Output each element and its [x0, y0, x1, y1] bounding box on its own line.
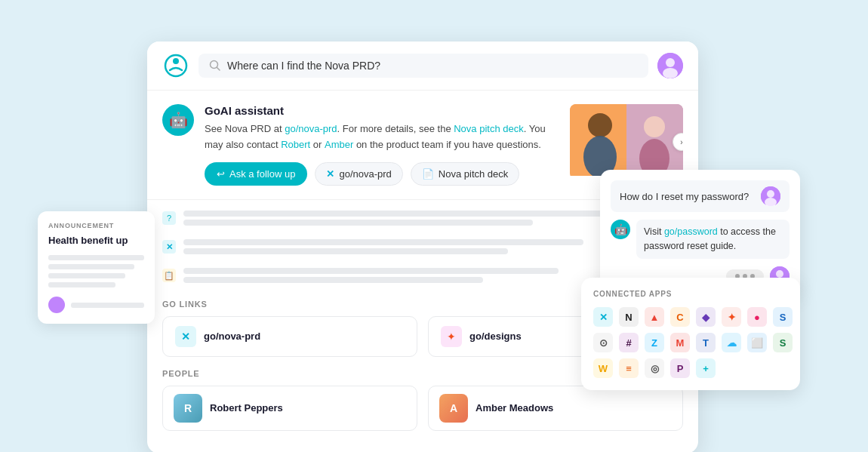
- chat-bot-text: Visit go/password to access the password…: [636, 220, 790, 259]
- app-icon-18[interactable]: ◎: [645, 358, 664, 378]
- doc-icon: 📄: [422, 168, 434, 180]
- ai-text-end: on the product team if you have question…: [353, 139, 541, 150]
- chat-bot-avatar: 🤖: [611, 220, 630, 239]
- pitch-deck-pill[interactable]: 📄 Nova pitch deck: [411, 162, 520, 186]
- result-icon-cross: ✕: [162, 240, 176, 254]
- search-bar[interactable]: Where can I find the Nova PRD?: [199, 54, 648, 78]
- app-icon-17[interactable]: ≡: [619, 358, 639, 378]
- go-link-1-icon: ✕: [175, 326, 196, 347]
- app-icon-0[interactable]: ✕: [593, 307, 613, 327]
- result-line-f: [183, 277, 483, 283]
- ai-actions: ↩ Ask a follow up ✕ go/nova-prd 📄 Nova p…: [205, 162, 559, 186]
- app-icon-15[interactable]: S: [773, 333, 793, 352]
- svg-text:✕: ✕: [166, 242, 173, 251]
- svg-point-5: [666, 58, 675, 67]
- chat-bot-link[interactable]: go/password: [664, 226, 718, 237]
- ask-followup-button[interactable]: ↩ Ask a follow up: [205, 162, 307, 186]
- followup-arrow-icon: ↩: [217, 168, 225, 180]
- go-link-card-1[interactable]: ✕ go/nova-prd: [162, 316, 417, 357]
- chat-user-message: How do I reset my password?: [611, 180, 790, 212]
- amber-avatar: A: [439, 394, 468, 423]
- app-icon-14[interactable]: ⬜: [747, 333, 767, 352]
- ai-link-nova-prd[interactable]: go/nova-prd: [285, 123, 337, 134]
- chat-user-avatar: [761, 186, 780, 206]
- confluence-icon: ✕: [326, 168, 334, 180]
- ann-line-4: [48, 282, 115, 287]
- connected-apps-card: CONNECTED APPS ✕N▲C◆✦●S⊙#ZMT☁⬜SW≡◎P+: [581, 278, 800, 390]
- app-icon-8[interactable]: ⊙: [593, 333, 613, 352]
- app-icon-20[interactable]: +: [696, 358, 716, 378]
- bot-avatar: 🤖: [162, 104, 194, 136]
- app-icon-6[interactable]: ●: [747, 307, 767, 327]
- svg-point-1: [173, 58, 179, 64]
- people-row: R Robert Peppers A Amber Meadows: [162, 386, 683, 431]
- svg-point-11: [644, 116, 665, 137]
- ann-line-3: [48, 273, 125, 278]
- image-strip: ›: [570, 104, 683, 180]
- ai-title: GoAI assistant: [205, 104, 559, 117]
- user-avatar-top[interactable]: [657, 53, 683, 78]
- top-bar: Where can I find the Nova PRD?: [147, 42, 698, 91]
- app-icon-5[interactable]: ✦: [722, 307, 741, 327]
- result-line-b: [183, 220, 533, 226]
- app-icon-2[interactable]: ▲: [645, 307, 664, 327]
- result-line-d: [183, 248, 508, 254]
- app-icon-12[interactable]: T: [696, 333, 716, 352]
- result-icon-question: ?: [162, 211, 176, 225]
- app-icon-7[interactable]: S: [773, 307, 793, 327]
- person-card-robert[interactable]: R Robert Peppers: [162, 386, 417, 431]
- confluence-x-icon: ✕: [181, 331, 190, 343]
- go-nova-prd-pill[interactable]: ✕ go/nova-prd: [315, 162, 402, 186]
- result-line-e: [183, 268, 559, 274]
- svg-text:📋: 📋: [164, 270, 174, 281]
- thumbnail-1: [570, 104, 630, 176]
- ai-link-pitch-deck[interactable]: Nova pitch deck: [454, 123, 524, 134]
- app-icon-13[interactable]: ☁: [722, 333, 741, 352]
- svg-point-20: [767, 190, 774, 198]
- ai-link-amber[interactable]: Amber: [325, 139, 353, 150]
- apps-grid: ✕N▲C◆✦●S⊙#ZMT☁⬜SW≡◎P+: [593, 307, 788, 378]
- svg-line-3: [217, 68, 220, 71]
- svg-point-6: [663, 68, 678, 78]
- announcement-lines: [48, 255, 144, 287]
- announcement-title: Health benefit up: [48, 234, 144, 248]
- robert-avatar: R: [174, 394, 202, 423]
- app-icon-11[interactable]: M: [670, 333, 690, 352]
- app-icon-4[interactable]: ◆: [696, 307, 716, 327]
- announcement-footer: [48, 297, 144, 313]
- amber-name: Amber Meadows: [476, 402, 553, 414]
- app-icon-10[interactable]: Z: [645, 333, 664, 352]
- app-icon-1[interactable]: N: [619, 307, 639, 327]
- robert-name: Robert Peppers: [210, 402, 283, 414]
- figma-icon: ✦: [447, 331, 456, 343]
- go-link-2-text: go/designs: [469, 331, 522, 342]
- connected-apps-label: CONNECTED APPS: [593, 290, 788, 298]
- chat-user-avatar-img: [761, 186, 780, 206]
- app-icon-3[interactable]: C: [670, 307, 690, 327]
- bot-face-icon: 🤖: [169, 111, 188, 129]
- app-icon-19[interactable]: P: [670, 358, 690, 378]
- go-link-2-icon: ✦: [441, 326, 462, 347]
- ann-footer-line: [71, 303, 144, 308]
- svg-point-8: [588, 113, 612, 137]
- announcement-card: ANNOUNCEMENT Health benefit up: [38, 211, 155, 324]
- ai-link-robert[interactable]: Robert: [281, 139, 310, 150]
- ai-text-or: or: [310, 139, 325, 150]
- go-link-1-text: go/nova-prd: [204, 331, 260, 342]
- ai-text-before: See Nova PRD at: [205, 123, 285, 134]
- search-query: Where can I find the Nova PRD?: [227, 60, 380, 72]
- result-line-c: [183, 239, 583, 245]
- pill2-label: Nova pitch deck: [439, 168, 509, 180]
- user-avatar-img: [657, 53, 683, 78]
- person1-img: [570, 104, 630, 176]
- pill1-label: go/nova-prd: [339, 168, 391, 180]
- ann-line-1: [48, 255, 144, 260]
- ann-user-avatar: [48, 297, 65, 313]
- result-icon-note: 📋: [162, 269, 176, 282]
- result-line-a: [183, 211, 608, 217]
- app-icon-9[interactable]: #: [619, 333, 639, 352]
- person-card-amber[interactable]: A Amber Meadows: [428, 386, 683, 431]
- chat-user-text: How do I reset my password?: [620, 191, 749, 202]
- chat-bot-icon: 🤖: [614, 223, 627, 235]
- app-icon-16[interactable]: W: [593, 358, 613, 378]
